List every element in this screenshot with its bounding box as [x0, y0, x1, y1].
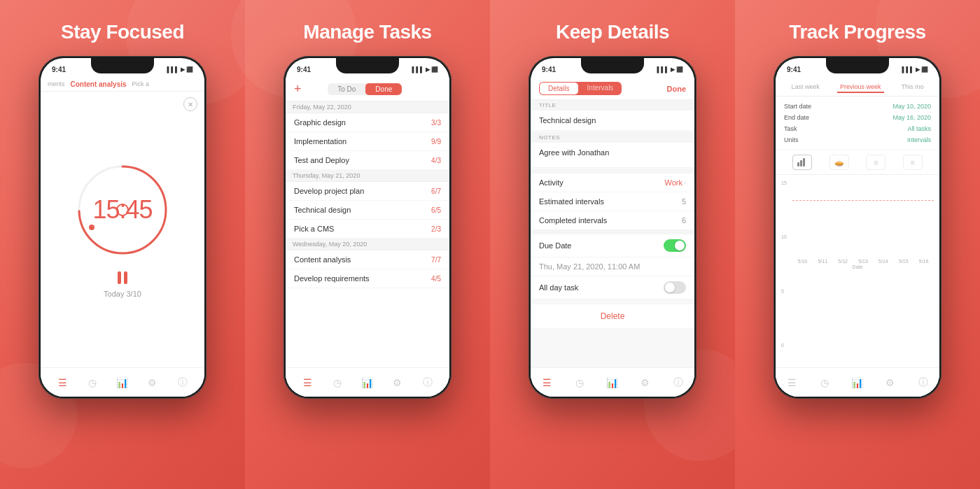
- due-date-time-value: Thu, May 21, 2020, 11:00 AM: [539, 262, 640, 271]
- notes-value[interactable]: Agree with Jonathan: [531, 143, 694, 168]
- chart-controls: 🥧 ≡ ≡: [776, 150, 939, 175]
- task-name: Implementation: [294, 137, 346, 146]
- nav-gear-icon-3[interactable]: ⚙: [638, 376, 652, 390]
- due-date-toggle[interactable]: [664, 239, 686, 252]
- notch2: [336, 58, 399, 73]
- estimated-label: Estimated intervals: [539, 197, 604, 206]
- nav-clock-icon-2[interactable]: ◷: [330, 376, 344, 390]
- tab-previous-week[interactable]: Previous week: [837, 82, 884, 93]
- y-label-10: 10: [781, 234, 787, 239]
- tab-content-analysis[interactable]: Content analysis: [71, 80, 127, 88]
- completed-intervals-row[interactable]: Completed intervals 6: [531, 211, 694, 230]
- tab-this-month[interactable]: This mo: [898, 82, 926, 93]
- all-day-toggle[interactable]: [664, 281, 686, 294]
- task-row[interactable]: Pick a CMS 2/3: [286, 220, 449, 239]
- notes-section: NOTES Agree with Jonathan: [531, 132, 694, 168]
- list-chart-button[interactable]: ≡: [903, 155, 923, 170]
- x-label: 5/10: [792, 259, 813, 264]
- status-icons-2: ▌▌▌ ▶ ⬛: [412, 66, 438, 73]
- units-row: Units Intervals: [784, 134, 931, 146]
- table-chart-button[interactable]: ≡: [866, 155, 886, 170]
- task-row[interactable]: Develop requirements 4/5: [286, 269, 449, 288]
- nav-clock-icon[interactable]: ◷: [85, 376, 99, 390]
- add-task-button[interactable]: +: [294, 82, 302, 97]
- nav-clock-icon-4[interactable]: ◷: [818, 376, 832, 390]
- tab-pick[interactable]: Pick a: [132, 80, 150, 88]
- task-count: 6/5: [431, 206, 441, 214]
- done-button[interactable]: Done: [667, 85, 687, 93]
- today-progress: Today 3/10: [104, 290, 141, 298]
- status-icons-1: ▌▌▌ ▶ ⬛: [167, 66, 193, 73]
- chart-x-labels: 5/105/115/125/135/145/155/16: [792, 259, 934, 264]
- nav-info-icon[interactable]: ⓘ: [176, 376, 190, 390]
- nav-list-icon-4[interactable]: ☰: [785, 376, 799, 390]
- task-row[interactable]: Technical design 6/5: [286, 201, 449, 220]
- activity-label: Activity: [539, 178, 564, 187]
- task-row[interactable]: Implementation 9/9: [286, 132, 449, 151]
- nav-list-icon[interactable]: ☰: [55, 376, 69, 390]
- status-icons-4: ▌▌▌ ▶ ⬛: [902, 66, 928, 73]
- due-date-row[interactable]: Due Date: [531, 234, 694, 257]
- task-row[interactable]: Content analysis 7/7: [286, 250, 449, 269]
- tab-last-week[interactable]: Last week: [788, 82, 822, 93]
- svg-rect-5: [800, 160, 802, 166]
- close-button[interactable]: ✕: [183, 97, 197, 111]
- phone1: 9:41 ▌▌▌ ▶ ⬛ ments Content analysis Pick…: [38, 56, 206, 399]
- end-date-value: May 16, 2020: [892, 114, 931, 121]
- phone4-content: Last week Previous week This mo Start da…: [776, 78, 939, 397]
- all-day-row[interactable]: All day task: [531, 276, 694, 299]
- panel-track-progress: Track Progress 9:41 ▌▌▌ ▶ ⬛ Last week Pr…: [735, 0, 980, 489]
- estimated-intervals-row[interactable]: Estimated intervals 5: [531, 192, 694, 211]
- completed-label: Completed intervals: [539, 216, 607, 225]
- chart-area: 15 10 5 0 5/105/115/125/135/145/155/16 D…: [776, 175, 939, 367]
- nav-chart-icon-3[interactable]: 📊: [606, 376, 620, 390]
- delete-button[interactable]: Delete: [531, 304, 694, 328]
- end-date-label: End date: [784, 114, 809, 121]
- notes-label: NOTES: [531, 132, 694, 143]
- nav-gear-icon[interactable]: ⚙: [146, 376, 160, 390]
- task-count: 2/3: [431, 225, 441, 233]
- nav-chart-icon[interactable]: 📊: [115, 376, 130, 390]
- title-value[interactable]: Technical design: [531, 111, 694, 131]
- status-time-1: 9:41: [52, 66, 66, 73]
- task-row[interactable]: Graphic design 3/3: [286, 113, 449, 132]
- todo-segment[interactable]: To Do: [328, 83, 365, 95]
- nav-info-icon-3[interactable]: ⓘ: [671, 376, 685, 390]
- activity-value: Work: [665, 178, 682, 187]
- task-row[interactable]: Develop project plan 6/7: [286, 182, 449, 201]
- details-segment[interactable]: Details: [540, 83, 578, 94]
- svg-rect-4: [797, 162, 799, 166]
- phone1-bottom-bar: ☰ ◷ 📊 ⚙ ⓘ: [41, 367, 204, 397]
- bar-chart-button[interactable]: [792, 155, 812, 170]
- task-value: All tasks: [907, 125, 931, 132]
- tab-requirements[interactable]: ments: [48, 80, 65, 88]
- task-name: Content analysis: [294, 255, 351, 264]
- pie-chart-button[interactable]: 🥧: [830, 155, 849, 170]
- nav-list-icon-2[interactable]: ☰: [300, 376, 314, 390]
- activity-row[interactable]: Activity Work ›: [531, 173, 694, 192]
- phone4-bottom-bar: ☰ ◷ 📊 ⚙ ⓘ: [776, 367, 939, 397]
- nav-clock-icon-3[interactable]: ◷: [573, 376, 587, 390]
- chart-bars-container: [792, 180, 934, 257]
- nav-info-icon-2[interactable]: ⓘ: [421, 376, 435, 390]
- timer-area: ✕ 15:45: [41, 92, 204, 367]
- status-time-2: 9:41: [297, 66, 311, 73]
- intervals-segment[interactable]: Intervals: [579, 82, 622, 95]
- task-label: Task: [784, 125, 797, 132]
- y-label-15: 15: [781, 180, 787, 185]
- task-count: 3/3: [431, 119, 441, 127]
- detail-intervals-segmented: Details Intervals: [539, 82, 622, 95]
- nav-gear-icon-2[interactable]: ⚙: [391, 376, 405, 390]
- nav-info-icon-4[interactable]: ⓘ: [916, 376, 930, 390]
- x-label: 5/13: [853, 259, 874, 264]
- nav-gear-icon-4[interactable]: ⚙: [883, 376, 897, 390]
- done-segment[interactable]: Done: [365, 83, 402, 95]
- task-list: Friday, May 22, 2020 Graphic design 3/3 …: [286, 101, 449, 367]
- nav-list-icon-3[interactable]: ☰: [540, 376, 554, 390]
- all-day-label: All day task: [539, 283, 578, 292]
- task-name: Technical design: [294, 206, 351, 214]
- nav-chart-icon-2[interactable]: 📊: [360, 376, 374, 390]
- task-name: Develop requirements: [294, 274, 370, 283]
- task-row[interactable]: Test and Deploy 4/3: [286, 151, 449, 170]
- nav-chart-icon-4[interactable]: 📊: [850, 376, 864, 390]
